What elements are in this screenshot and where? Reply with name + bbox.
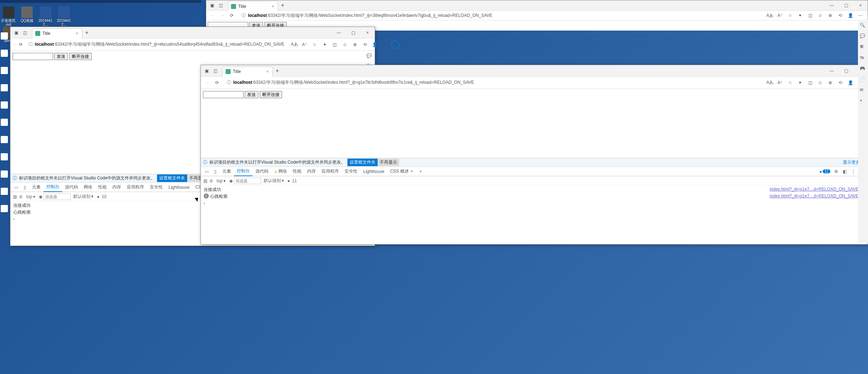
bing-chat-icon[interactable]: b [391,40,400,49]
maximize-button[interactable]: ▢ [346,28,360,38]
close-button[interactable]: × [853,0,868,10]
tab-elements[interactable]: 元素 [220,167,234,176]
desktop-icon[interactable]: 20194412... [37,6,54,27]
send-button[interactable]: 发送 [245,91,258,98]
inspect-icon[interactable]: ▭ [203,168,210,175]
back-button[interactable]: ← [13,41,18,49]
forward-button[interactable]: → [218,12,226,19]
desktop-icon[interactable]: 20194412... [56,6,72,27]
favorite-icon[interactable]: ☆ [310,40,319,49]
tab-network[interactable]: 网络 [271,167,290,176]
favorites-bar-icon[interactable]: ✩ [816,78,825,87]
browser-tab[interactable]: Title × [228,1,278,11]
eye-icon[interactable]: ◉ [39,194,42,199]
clear-console-icon[interactable]: ⊘ [19,194,23,199]
app-icon[interactable] [1,84,8,91]
app-icon[interactable] [1,188,8,195]
extensions-icon[interactable]: ✦ [796,11,804,20]
tabactions-icon[interactable]: ◫ [212,68,218,74]
new-tab-button[interactable]: + [278,2,287,9]
maximize-button[interactable]: ▢ [839,0,853,10]
dont-show-button[interactable]: 不再显示 [378,159,399,166]
app-icon[interactable] [1,205,8,212]
tab-sources[interactable]: 源代码 [253,167,271,176]
outlook-icon[interactable]: ✉ [860,87,866,94]
refresh-button[interactable]: ⟳ [19,41,23,49]
app-icon[interactable] [1,32,8,40]
settings-icon[interactable]: ⚙ [832,168,840,175]
tab-memory[interactable]: 内存 [110,183,124,192]
back-button[interactable]: ← [209,12,217,19]
split-icon[interactable]: ◫ [331,40,339,49]
tab-sources[interactable]: 源代码 [62,183,81,192]
info-icon[interactable]: ⓘ [241,13,246,19]
collections-icon[interactable]: ⊕ [826,78,835,87]
tab-lighthouse[interactable]: Lighthouse [166,183,193,192]
games-icon[interactable]: 🎮 [860,66,866,72]
minimize-button[interactable]: — [332,28,346,38]
filter-input[interactable] [234,178,261,184]
eye-icon[interactable]: ◉ [229,178,233,183]
extensions-icon[interactable]: ✦ [796,78,804,87]
new-tab-button[interactable]: + [82,29,91,36]
more-icon[interactable]: ⋮ [850,168,857,175]
profile-icon[interactable]: 👤 [371,40,379,49]
tabactions-icon[interactable]: ◫ [217,2,224,9]
text-size-icon[interactable]: A⁺ [776,11,784,20]
tab-performance[interactable]: 性能 [290,167,304,176]
chat-icon[interactable]: 💬 [860,33,866,40]
tab-network[interactable]: 网络 [81,183,95,192]
issues-icon[interactable]: ● [97,194,100,199]
inspect-icon[interactable]: ▭ [13,184,20,191]
sync-icon[interactable]: ⟲ [836,78,845,87]
menu-icon[interactable]: ⋯ [856,11,865,20]
favorites-bar-icon[interactable]: ✩ [816,11,825,20]
text-size-icon[interactable]: A⁺ [776,78,784,87]
url-field[interactable]: ⓘ localhost:63342/学习/前端学习/网络/WebSocket/i… [26,40,287,49]
set-root-button[interactable]: 设置根文件夹 [347,159,378,166]
desktop-icon[interactable]: QQ视频 [19,6,35,23]
dock-icon[interactable]: ◧ [841,168,848,175]
office-icon[interactable]: 📄 [860,77,866,83]
tab-elements[interactable]: 元素 [29,183,43,192]
info-icon[interactable]: ⓘ [28,41,33,47]
favorite-icon[interactable]: ☆ [786,11,794,20]
tab-security[interactable]: 安全性 [147,183,166,192]
tab-security[interactable]: 安全性 [342,167,360,176]
console-output[interactable]: 连接成功 index.html?_ijt=g1e7…d=RELOAD_ON_SA… [201,186,868,244]
refresh-button[interactable]: ⟳ [228,12,236,19]
filter-input[interactable] [43,193,71,200]
close-tab-icon[interactable]: × [266,69,269,74]
close-tab-icon[interactable]: × [271,4,275,9]
search-icon[interactable]: 🔍 [860,23,866,29]
collections-icon[interactable]: ⊕ [826,11,835,20]
app-icon[interactable] [1,101,8,109]
app-icon[interactable] [1,153,8,160]
back-button[interactable]: ← [204,79,212,87]
tab-application[interactable]: 应用程序 [319,167,342,176]
tab-memory[interactable]: 内存 [304,167,319,176]
tab-application[interactable]: 应用程序 [124,183,147,192]
url-field[interactable]: ⓘ localhost:63342/学习/前端学习/网络/WebSocket/i… [224,78,763,87]
clear-console-icon[interactable]: ⊘ [209,178,213,183]
more-tabs-icon[interactable]: + [417,168,424,175]
workspaces-icon[interactable]: ▣ [209,2,215,9]
device-icon[interactable]: ▯ [21,184,28,191]
read-aloud-icon[interactable]: Aあ [766,11,774,20]
tab-console[interactable]: 控制台 [43,183,62,192]
app-icon[interactable] [1,136,8,143]
issues-icon[interactable]: ● [819,169,822,174]
issues-count[interactable]: 11 [292,178,297,183]
app-icon[interactable] [1,119,8,126]
split-icon[interactable]: ◫ [806,78,814,87]
close-button[interactable]: × [360,28,375,38]
app-icon[interactable] [1,170,8,178]
disconnect-button[interactable]: 断开连接 [69,53,92,60]
sync-icon[interactable]: ⟲ [361,40,369,49]
info-icon[interactable]: ⓘ [227,79,231,86]
collections-icon[interactable]: ⊕ [351,40,359,49]
message-input[interactable] [203,91,244,98]
context-dropdown[interactable]: top [215,178,227,183]
favorite-icon[interactable]: ☆ [786,78,794,87]
read-aloud-icon[interactable]: Aあ [290,40,299,49]
